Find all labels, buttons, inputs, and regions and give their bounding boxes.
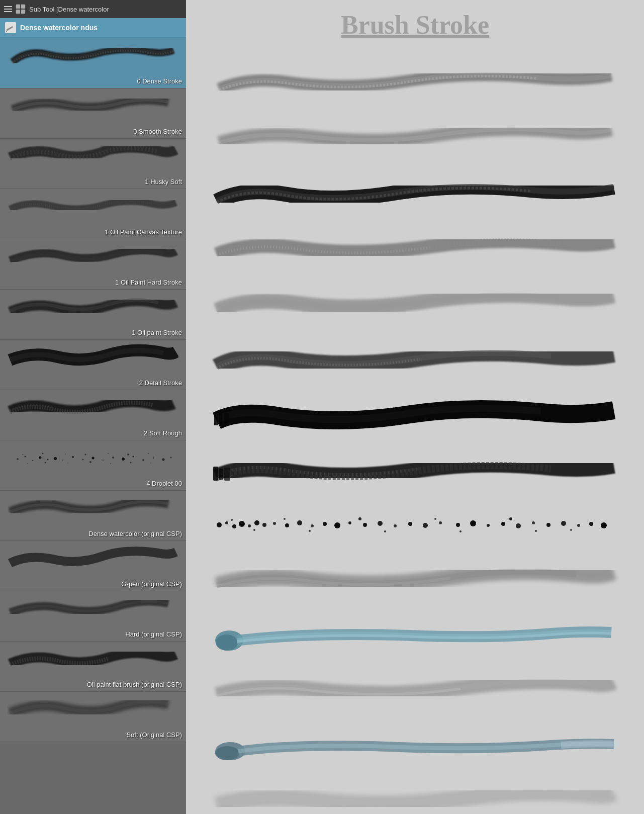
- brush-preview-5: [0, 290, 186, 324]
- svg-point-36: [127, 454, 129, 456]
- svg-point-48: [248, 524, 251, 527]
- stroke-row-4: [196, 276, 634, 331]
- brush-preview-6: [0, 340, 186, 375]
- brush-label-5: 1 Oil paint Stroke: [0, 327, 186, 339]
- svg-point-12: [62, 460, 63, 461]
- brush-label-12: Oil paint flat brush (original CSP): [0, 679, 186, 691]
- svg-point-63: [439, 521, 442, 524]
- svg-point-55: [323, 522, 327, 526]
- brush-preview-1: [0, 88, 186, 123]
- svg-point-25: [45, 462, 46, 464]
- brush-preview-13: [0, 692, 186, 727]
- hamburger-menu[interactable]: [4, 6, 12, 12]
- stroke-preview-8: [209, 504, 621, 547]
- svg-point-85: [570, 529, 572, 531]
- svg-point-44: [217, 522, 222, 527]
- brush-label-8: 4 Droplet 00: [0, 478, 186, 490]
- svg-point-66: [487, 524, 490, 527]
- svg-point-68: [516, 523, 521, 528]
- svg-rect-38: [214, 412, 218, 425]
- brush-preview-4: [0, 239, 186, 274]
- brush-item-7[interactable]: 2 Soft Rough: [0, 390, 186, 440]
- svg-point-50: [262, 523, 266, 527]
- stroke-preview-11: [209, 670, 621, 712]
- brush-list: 0 Dense Stroke 0 Smooth Stroke: [0, 38, 186, 814]
- brush-preview-11: [0, 591, 186, 626]
- brush-item-12[interactable]: Oil paint flat brush (original CSP): [0, 642, 186, 692]
- brush-label-6: 2 Detail Stroke: [0, 377, 186, 390]
- tool-icon: [5, 22, 16, 33]
- svg-point-32: [42, 453, 44, 455]
- svg-point-16: [103, 460, 104, 461]
- stroke-preview-7: [209, 448, 621, 491]
- grid-icon[interactable]: [15, 4, 26, 15]
- svg-rect-0: [16, 5, 20, 9]
- brush-item-8[interactable]: 4 Droplet 00: [0, 440, 186, 491]
- brush-label-4: 1 Oil Paint Hard Stroke: [0, 277, 186, 289]
- stroke-row-12: [196, 718, 634, 774]
- svg-point-64: [456, 523, 460, 527]
- svg-point-58: [363, 523, 367, 527]
- stroke-row-2: [196, 165, 634, 221]
- brush-preview-2: [0, 139, 186, 173]
- brush-label-2: 1 Husky Soft: [0, 176, 186, 189]
- brush-item-13[interactable]: Soft (Original CSP): [0, 692, 186, 742]
- svg-rect-1: [21, 5, 25, 9]
- brush-item-4[interactable]: 1 Oil Paint Hard Stroke: [0, 239, 186, 290]
- svg-point-54: [311, 524, 314, 527]
- svg-point-15: [92, 457, 95, 460]
- svg-point-34: [85, 454, 86, 456]
- stroke-row-8: [196, 497, 634, 553]
- brush-item-9[interactable]: Dense watercolor (original CSP): [0, 491, 186, 541]
- svg-point-56: [334, 522, 340, 528]
- brush-item-5[interactable]: 1 Oil paint Stroke: [0, 290, 186, 340]
- brush-item-6[interactable]: 2 Detail Stroke: [0, 340, 186, 390]
- brush-label-10: G-pen (original CSP): [0, 578, 186, 591]
- stroke-row-9: [196, 553, 634, 608]
- svg-point-37: [148, 453, 149, 454]
- brush-item-1[interactable]: 0 Smooth Stroke: [0, 88, 186, 139]
- svg-point-83: [509, 517, 512, 520]
- svg-point-6: [17, 458, 19, 460]
- svg-point-45: [225, 521, 228, 524]
- stroke-row-0: [196, 55, 634, 110]
- svg-point-57: [348, 521, 351, 524]
- brush-item-3[interactable]: 1 Oil Paint Canvas Texture: [0, 189, 186, 239]
- svg-point-23: [170, 457, 172, 459]
- stroke-preview-1: [209, 117, 621, 159]
- brush-preview-12: [0, 642, 186, 676]
- svg-point-81: [434, 518, 436, 520]
- svg-point-49: [254, 520, 259, 525]
- brush-label-1: 0 Smooth Stroke: [0, 126, 186, 138]
- page-title: Brush Stroke: [196, 0, 634, 55]
- brush-preview-3: [0, 189, 186, 224]
- svg-point-82: [459, 530, 462, 532]
- svg-rect-43: [224, 468, 230, 481]
- panel-header: Sub Tool [Dense watercolor: [0, 0, 186, 18]
- svg-point-8: [32, 460, 33, 461]
- svg-point-22: [162, 459, 165, 461]
- left-panel: Sub Tool [Dense watercolor Dense waterco…: [0, 0, 186, 814]
- brush-item-10[interactable]: G-pen (original CSP): [0, 541, 186, 591]
- brush-item-2[interactable]: 1 Husky Soft: [0, 139, 186, 189]
- stroke-row-3: [196, 221, 634, 276]
- svg-point-29: [130, 462, 132, 464]
- svg-rect-40: [224, 413, 229, 425]
- svg-point-7: [25, 456, 26, 458]
- svg-point-60: [394, 524, 397, 527]
- brush-label-3: 1 Oil Paint Canvas Texture: [0, 226, 186, 239]
- svg-point-18: [122, 458, 125, 461]
- svg-rect-41: [213, 467, 218, 481]
- brush-item-11[interactable]: Hard (original CSP): [0, 591, 186, 642]
- svg-rect-3: [21, 10, 25, 14]
- svg-point-61: [408, 522, 412, 526]
- stroke-preview-9: [209, 559, 621, 602]
- brush-preview-7: [0, 390, 186, 425]
- tool-selector[interactable]: Dense watercolor ndus: [0, 18, 186, 38]
- brush-item-0[interactable]: 0 Dense Stroke: [0, 38, 186, 88]
- stroke-preview-3: [209, 227, 621, 270]
- svg-rect-4: [7, 26, 14, 31]
- svg-point-24: [27, 463, 28, 464]
- svg-point-51: [273, 522, 276, 525]
- brush-preview-8: [0, 440, 186, 475]
